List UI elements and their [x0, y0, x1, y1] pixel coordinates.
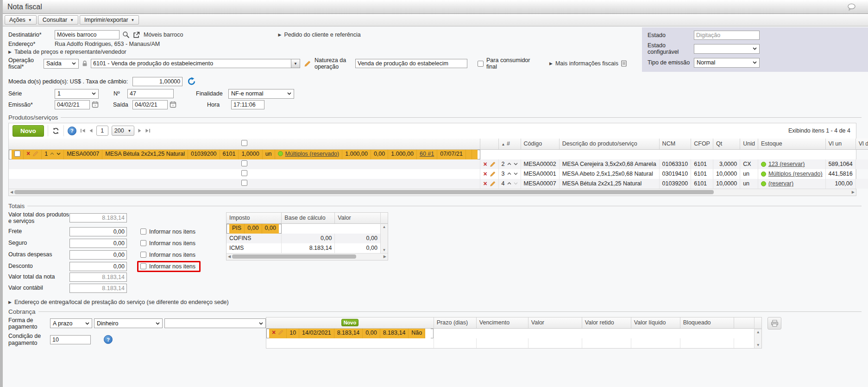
frete-informar-checkbox[interactable] [140, 228, 146, 235]
imposto-row-cofins[interactable]: COFINS 0,00 0,00 [226, 234, 380, 243]
page-size-select[interactable]: 200 ▼ [112, 126, 134, 136]
operacao-combo-input[interactable] [91, 59, 291, 68]
edit-row-icon[interactable] [32, 151, 38, 157]
edit-pencil-icon[interactable] [304, 60, 311, 67]
horizontal-scrollbar[interactable]: ◀ ▶ [9, 189, 856, 196]
refresh-rate-icon[interactable] [187, 77, 196, 86]
chat-bubble-icon[interactable] [847, 3, 856, 11]
imposto-row-icms[interactable]: ICMS 8.183,14 0,00 [226, 243, 380, 253]
scroll-up-icon[interactable]: ▲ [382, 225, 386, 229]
col-estoque[interactable]: Estoque [758, 139, 825, 150]
col-unid[interactable]: Unid [740, 139, 758, 150]
estoque-link[interactable]: (reservar) [768, 180, 793, 187]
col-prazo[interactable]: Prazo (dias) [434, 317, 476, 329]
row-checkbox[interactable] [241, 160, 247, 166]
estado-configuravel-select[interactable] [694, 44, 760, 54]
row-checkbox[interactable] [14, 151, 20, 157]
product-row-4[interactable]: × 4 MESA00007 MESA Bétula 2x2x1,25 Natur… [9, 179, 868, 189]
desconto-informar-checkbox[interactable] [140, 263, 146, 269]
product-row-2[interactable]: × 2 MESA00002 MESA Cerejeira 3,5x2x0,68 … [9, 159, 868, 169]
horizontal-scrollbar[interactable]: ◀ ▶ [226, 253, 388, 260]
emissao-input[interactable] [55, 100, 90, 109]
scroll-left-icon[interactable]: ◀ [228, 254, 231, 259]
consumidor-final-checkbox[interactable] [478, 61, 484, 67]
help-icon[interactable]: ? [104, 335, 113, 344]
hora-input[interactable] [231, 100, 264, 109]
parcela-row-1[interactable]: × 10 14/02/2021 8.183,14 0,00 8.183,14 N… [266, 329, 434, 338]
mais-informacoes-expander[interactable]: ▶ Mais informações fiscais [549, 60, 618, 67]
scroll-up-icon[interactable]: ▲ [756, 330, 760, 334]
edit-row-icon[interactable] [278, 330, 283, 335]
outras-despesas-input[interactable] [69, 250, 127, 260]
move-down-icon[interactable] [57, 152, 61, 155]
edit-row-icon[interactable] [490, 161, 496, 167]
edit-row-icon[interactable] [490, 181, 496, 187]
finalidade-select[interactable]: NF-e normal [228, 89, 294, 99]
destinatario-input[interactable] [55, 30, 120, 39]
novo-parcela-button[interactable]: Novo [341, 319, 359, 326]
operacao-tipo-select[interactable]: Saída [44, 59, 79, 69]
seguro-input[interactable] [69, 239, 127, 248]
fiscal-notes-icon[interactable] [621, 60, 627, 67]
select-all-checkbox[interactable] [241, 140, 247, 146]
estoque-link[interactable]: Múltiplos (reservado) [768, 171, 823, 177]
tabela-precos-expander[interactable]: ▶ Tabela de preços e representante/vende… [8, 49, 126, 55]
calendar-icon[interactable] [170, 101, 176, 108]
menu-acoes[interactable]: Ações ▼ [5, 15, 37, 25]
delete-row-icon[interactable]: × [483, 181, 487, 186]
first-page-icon[interactable] [80, 128, 86, 133]
delete-row-icon[interactable]: × [483, 171, 487, 177]
forma-outro-select[interactable] [164, 318, 266, 328]
move-up-icon[interactable] [507, 163, 511, 165]
move-down-icon[interactable] [514, 172, 518, 175]
taxa-cambio-input[interactable] [132, 77, 182, 86]
menu-imprimir-exportar[interactable]: Imprimir/exportar ▼ [80, 15, 139, 25]
scrollbar-thumb[interactable] [14, 190, 714, 194]
open-record-icon[interactable] [133, 32, 140, 38]
col-valor-retido[interactable]: Valor retido [582, 317, 631, 329]
numero-input[interactable] [127, 89, 174, 98]
move-up-icon[interactable] [50, 152, 54, 155]
scrollbar-thumb[interactable] [232, 254, 356, 259]
refresh-grid-icon[interactable] [52, 127, 60, 135]
saida-input[interactable] [132, 100, 168, 109]
estoque-link[interactable]: 123 (reservar) [768, 161, 805, 167]
desconto-input[interactable] [69, 262, 127, 271]
col-valor[interactable]: Valor [528, 317, 582, 329]
novo-item-button[interactable]: Novo [13, 125, 44, 137]
col-vencimento[interactable]: Vencimento [476, 317, 528, 329]
seguro-informar-checkbox[interactable] [140, 240, 146, 246]
product-row-3[interactable]: × 3 MESA00001 MESA Abeto 2,5x1,25x0,68 N… [9, 169, 868, 179]
print-parcelas-button[interactable] [767, 317, 781, 330]
vertical-scrollbar[interactable]: ▲ ▼ [754, 317, 761, 348]
page-number-input[interactable]: 1 [96, 126, 108, 136]
col-codigo[interactable]: Código [521, 139, 559, 150]
pedido-venda-link[interactable]: 60 #1 [420, 151, 434, 157]
help-icon[interactable]: ? [68, 127, 76, 135]
col-cfop[interactable]: CFOP [691, 139, 713, 150]
frete-input[interactable] [69, 227, 127, 236]
move-up-icon[interactable] [507, 182, 511, 185]
row-checkbox[interactable] [241, 180, 247, 186]
valor-nota-field[interactable] [69, 273, 127, 282]
endereco-entrega-expander[interactable]: ▶ Endereço de entrega/local de prestação… [8, 299, 229, 305]
col-num[interactable]: ▲ # [498, 139, 521, 150]
move-up-icon[interactable] [507, 172, 511, 175]
vertical-scrollbar[interactable]: ▲ ▼ [380, 213, 388, 253]
product-row-1[interactable]: × 1 MESA00007 MESA Bétula 2x2x1,25 Natur… [9, 150, 480, 159]
scroll-right-icon[interactable]: ▶ [852, 190, 855, 194]
row-checkbox[interactable] [241, 170, 247, 176]
operacao-combo[interactable]: ▼ [91, 59, 300, 68]
scroll-right-icon[interactable]: ▶ [384, 254, 386, 259]
col-base-calculo[interactable]: Base de cálculo [282, 213, 335, 224]
col-bloqueado[interactable]: Bloqueado [680, 317, 734, 329]
prev-page-icon[interactable] [89, 128, 93, 133]
col-valor-liquido[interactable]: Valor líquido [631, 317, 680, 329]
valor-contabil-field[interactable] [69, 284, 127, 293]
condicao-pagamento-input[interactable] [50, 335, 91, 344]
delete-row-icon[interactable]: × [483, 161, 487, 167]
scroll-down-icon[interactable]: ▼ [382, 248, 386, 252]
col-vl-un[interactable]: Vl un [825, 139, 855, 150]
calendar-icon[interactable] [92, 101, 99, 108]
tipo-emissao-select[interactable]: Normal [694, 58, 760, 68]
